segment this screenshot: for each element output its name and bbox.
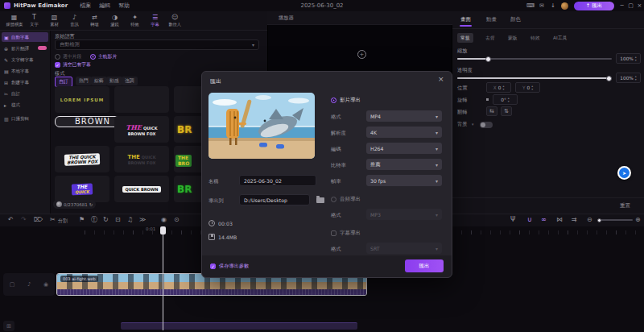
subtab-mask[interactable]: 蒙版 xyxy=(505,33,521,43)
stepper-arrows-icon[interactable]: ▴▾ xyxy=(508,97,510,102)
zoom-out-icon[interactable]: ⊖ xyxy=(587,216,592,224)
restore-button[interactable]: ▢ xyxy=(626,2,635,9)
chain-icon[interactable]: ⋈ xyxy=(556,216,563,224)
format-select[interactable]: MP4 xyxy=(366,110,442,122)
download-icon[interactable]: ↓ xyxy=(548,2,558,9)
sidebar-item-text-to-subtitle[interactable]: ✎文字轉字幕 xyxy=(2,55,48,64)
opacity-slider[interactable] xyxy=(457,77,612,79)
flip-horizontal-button[interactable]: ⇆ xyxy=(486,106,497,116)
style-tile-empty[interactable] xyxy=(114,86,169,113)
user-avatar[interactable] xyxy=(561,2,568,10)
subtitle-track-clip[interactable] xyxy=(121,322,357,330)
tool-stickers[interactable]: ▧素材 xyxy=(44,15,64,27)
refresh-icon[interactable]: ↻ xyxy=(89,202,93,207)
style-tab-dynamic[interactable]: 動感 xyxy=(106,77,122,85)
playhead-line[interactable] xyxy=(163,226,163,330)
scale-slider-knob[interactable] xyxy=(485,56,491,62)
tool-transitions[interactable]: ⇄轉場 xyxy=(85,15,105,27)
dialog-export-button[interactable]: 匯出 xyxy=(405,259,444,272)
export-path-input[interactable]: D:/Users/Desktop xyxy=(239,194,310,205)
ripple-edit-icon[interactable]: ⇉ xyxy=(572,216,577,224)
menu-help[interactable]: 幫助 xyxy=(118,2,130,10)
browse-folder-button[interactable] xyxy=(315,195,325,205)
timeline-zoom-knob[interactable] xyxy=(597,218,601,222)
subtitle-export-checkbox[interactable]: 字幕導出 xyxy=(331,230,361,237)
sidebar-item-auto-subtitle[interactable]: ▣自動字幕 xyxy=(2,32,48,42)
tool-filters[interactable]: ◑濾鏡 xyxy=(105,15,125,27)
radio-main-track[interactable]: 主軌影片 xyxy=(90,53,117,60)
mic-icon[interactable]: Ψ xyxy=(510,216,515,224)
style-tile-yellow-the[interactable]: THEQUICK BROWN FOX xyxy=(114,146,169,172)
sidebar-item-custom[interactable]: ✂自訂 xyxy=(2,89,48,98)
scale-slider[interactable] xyxy=(457,58,612,60)
marker-icon[interactable]: ⚑ xyxy=(79,216,85,224)
background-toggle[interactable] xyxy=(480,122,493,128)
loop-icon[interactable]: ↻ xyxy=(103,216,109,224)
stepper-arrows-icon[interactable]: ▴▾ xyxy=(531,85,533,90)
style-tile-white-sticker[interactable]: THE QUICKBROWN FOX xyxy=(55,146,109,172)
sidebar-item-video-translate[interactable]: ⊕影片翻譯 xyxy=(2,44,48,53)
opacity-slider-knob[interactable] xyxy=(606,76,612,81)
timeline-zoom-slider[interactable] xyxy=(597,219,633,221)
tool-audio[interactable]: ♪音訊 xyxy=(64,15,85,27)
split-label[interactable]: 分割 xyxy=(58,217,68,225)
style-tile-purple-sticker[interactable]: THEQUICK xyxy=(55,176,109,202)
fps-select[interactable]: 30 fps xyxy=(366,175,442,186)
undo-icon[interactable]: ↶ xyxy=(8,216,14,224)
encoder-select[interactable]: H264 xyxy=(366,143,442,154)
scale-value-stepper[interactable]: 100% ▴▾ xyxy=(616,53,641,64)
name-input[interactable]: 2025-06-30_02 xyxy=(239,175,316,186)
audio-export-radio[interactable]: 音頻導出 xyxy=(331,196,361,203)
radio-selected-clip[interactable]: 選中片段 xyxy=(55,53,81,60)
feedback-floating-button[interactable]: ➤ xyxy=(617,166,631,180)
tab-picture[interactable]: 畫面 xyxy=(460,16,471,23)
speed-icon[interactable]: ≫ xyxy=(139,216,146,224)
subtab-general[interactable]: 常規 xyxy=(457,33,473,43)
tool-text[interactable]: T文字 xyxy=(24,15,44,27)
style-tile-pink-the[interactable]: THEQUICK BROWN FOX xyxy=(114,116,169,143)
position-y-stepper[interactable]: Y 0 ▴▾ xyxy=(515,82,540,93)
export-button[interactable]: ↑ 匯出 xyxy=(574,2,614,10)
stepper-arrows-icon[interactable]: ▴▾ xyxy=(635,56,637,61)
tab-color[interactable]: 顏色 xyxy=(510,16,521,23)
stepper-arrows-icon[interactable]: ▴▾ xyxy=(502,85,504,90)
add-text-icon[interactable]: Ⓣ xyxy=(91,216,97,224)
tool-effects[interactable]: ✦特效 xyxy=(125,15,145,27)
close-button[interactable]: × xyxy=(635,2,644,9)
shortcut-keyboard-icon[interactable]: ⌨ xyxy=(526,2,535,9)
subtitle-format-select[interactable]: SRT xyxy=(366,243,442,254)
subtab-effects[interactable]: 特效 xyxy=(527,33,543,43)
sidebar-item-create-subtitle[interactable]: ⊞創建字幕 xyxy=(2,77,48,87)
menu-edit[interactable]: 編輯 xyxy=(99,2,110,10)
hide-icon[interactable]: ◉ xyxy=(43,281,48,288)
style-tab-popular[interactable]: 熱門 xyxy=(76,77,92,85)
video-export-radio[interactable]: 影片導出 xyxy=(331,97,361,104)
sidebar-item-style[interactable]: ▸樣式 xyxy=(2,100,48,110)
feedback-icon[interactable]: ✉ xyxy=(537,2,547,9)
stepper-arrows-icon[interactable]: ▴▾ xyxy=(635,75,637,81)
sidebar-item-local-subtitle[interactable]: ▤本地字幕 xyxy=(2,66,48,76)
audio-detach-icon[interactable]: ♫ xyxy=(127,216,133,224)
rotate-handle-icon[interactable]: + xyxy=(357,50,366,59)
record-icon[interactable]: ◉ xyxy=(161,216,167,224)
flip-vertical-button[interactable]: ⇅ xyxy=(501,106,512,116)
close-icon[interactable]: × xyxy=(438,75,444,83)
playhead-handle[interactable] xyxy=(160,226,166,234)
menu-file[interactable]: 檔案 xyxy=(80,2,91,10)
track-options-icon[interactable]: ⊞ xyxy=(3,321,14,331)
language-select[interactable]: 自動檢測 xyxy=(55,39,259,50)
lock-icon[interactable]: ▢ xyxy=(10,281,15,288)
subtab-ai-tools[interactable]: AI工具 xyxy=(550,33,570,43)
credits-counter[interactable]: 0/2370681 ↻ xyxy=(53,200,96,209)
link-clips-icon[interactable]: ∞ xyxy=(541,216,547,224)
freeze-frame-icon[interactable]: ⊡ xyxy=(115,216,121,224)
tool-media[interactable]: ▦媒體檔案 xyxy=(4,15,24,27)
tool-subtitles[interactable]: ☰字幕 xyxy=(145,15,165,27)
magnet-snap-icon[interactable]: ∪ xyxy=(527,216,532,224)
position-x-stepper[interactable]: X 0 ▴▾ xyxy=(486,82,511,93)
style-tile-lorem[interactable]: LOREM IPSUM xyxy=(55,86,109,113)
sidebar-item-voiceover-edit[interactable]: ▥口播剪輯 xyxy=(2,114,48,123)
zoom-in-icon[interactable]: ⊕ xyxy=(635,216,641,224)
reset-button[interactable]: 重置 xyxy=(620,202,630,210)
opacity-value-stepper[interactable]: 100% ▴▾ xyxy=(616,73,641,83)
